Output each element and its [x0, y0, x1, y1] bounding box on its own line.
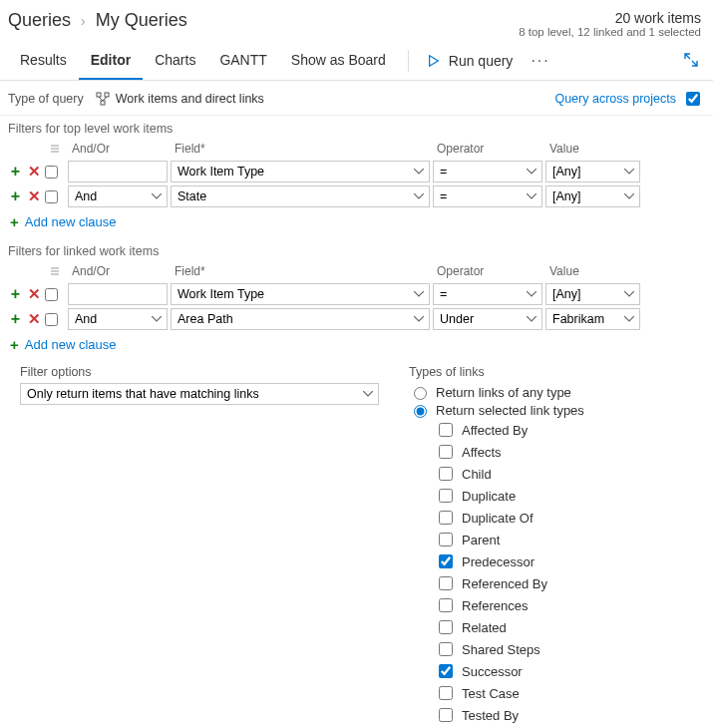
- row-checkbox[interactable]: [45, 190, 58, 203]
- checkbox-input[interactable]: [439, 664, 453, 678]
- breadcrumb: Queries › My Queries: [8, 10, 187, 31]
- query-across-projects-label: Query across projects: [554, 92, 676, 106]
- checkbox-input[interactable]: [439, 642, 453, 656]
- checkbox-label: Child: [462, 467, 492, 482]
- link-type-checkbox-option[interactable]: Test Case: [409, 682, 584, 704]
- link-type-checkbox-option[interactable]: Affects: [409, 441, 584, 463]
- row-checkbox[interactable]: [45, 166, 58, 179]
- field-select[interactable]: [171, 185, 430, 207]
- link-type-checkbox-option[interactable]: Successor: [409, 660, 584, 682]
- checkbox-label: Parent: [462, 533, 500, 547]
- insert-clause-button[interactable]: +: [8, 164, 23, 180]
- add-new-clause-button[interactable]: + Add new clause: [8, 207, 705, 236]
- work-item-detail: 8 top level, 12 linked and 1 selected: [519, 26, 701, 38]
- add-new-clause-button[interactable]: + Add new clause: [8, 330, 705, 359]
- add-clause-label: Add new clause: [25, 214, 117, 229]
- value-select[interactable]: [545, 283, 640, 305]
- plus-icon: +: [10, 336, 19, 353]
- link-type-radio-option[interactable]: Return links of any type: [409, 383, 584, 401]
- andor-select[interactable]: [68, 161, 168, 182]
- tab-gantt[interactable]: GANTT: [207, 42, 278, 80]
- list-icon: [49, 143, 61, 155]
- checkbox-input[interactable]: [439, 598, 453, 612]
- svg-rect-0: [97, 93, 101, 97]
- radio-label: Return selected link types: [436, 403, 584, 418]
- filter-options-select[interactable]: [20, 383, 379, 405]
- link-type-checkbox-option[interactable]: Shared Steps: [409, 638, 584, 660]
- field-select[interactable]: [171, 308, 430, 330]
- link-type-checkbox-option[interactable]: Tested By: [409, 704, 584, 726]
- delete-clause-button[interactable]: ✕: [27, 286, 42, 302]
- insert-clause-button[interactable]: +: [8, 188, 23, 204]
- fullscreen-button[interactable]: [677, 46, 705, 77]
- checkbox-input[interactable]: [439, 489, 453, 503]
- delete-clause-button[interactable]: ✕: [27, 311, 42, 327]
- tab-editor[interactable]: Editor: [79, 42, 143, 80]
- andor-select[interactable]: [68, 283, 168, 305]
- run-query-label: Run query: [449, 53, 514, 69]
- value-select[interactable]: [545, 161, 640, 182]
- checkbox-input[interactable]: [439, 423, 453, 437]
- work-item-count: 20 work items: [519, 10, 701, 26]
- breadcrumb-root[interactable]: Queries: [8, 10, 71, 31]
- checkbox-label: Tested By: [462, 708, 519, 723]
- link-type-radio-option[interactable]: Return selected link types: [409, 401, 584, 419]
- operator-select[interactable]: [433, 283, 542, 305]
- delete-clause-button[interactable]: ✕: [27, 164, 42, 180]
- checkbox-label: Test Case: [462, 686, 520, 701]
- field-select[interactable]: [171, 283, 430, 305]
- type-of-query-label: Type of query: [8, 92, 84, 106]
- checkbox-input[interactable]: [439, 620, 453, 634]
- andor-select[interactable]: [68, 308, 168, 330]
- link-type-checkbox-option[interactable]: Parent: [409, 529, 584, 550]
- list-icon: [49, 265, 61, 277]
- link-type-checkbox-option[interactable]: Affected By: [409, 419, 584, 441]
- checkbox-label: Shared Steps: [462, 642, 540, 657]
- checkbox-label: Predecessor: [462, 554, 535, 569]
- value-select[interactable]: [545, 308, 640, 330]
- operator-select[interactable]: [433, 185, 542, 207]
- radio-input[interactable]: [414, 387, 427, 400]
- radio-input[interactable]: [414, 405, 427, 418]
- checkbox-label: Affected By: [462, 423, 528, 438]
- checkbox-input[interactable]: [439, 533, 453, 546]
- insert-clause-button[interactable]: +: [8, 311, 23, 327]
- checkbox-label: Duplicate: [462, 489, 516, 504]
- checkbox-label: References: [462, 598, 528, 613]
- overflow-menu[interactable]: ···: [521, 46, 559, 76]
- link-type-checkbox-option[interactable]: Referenced By: [409, 572, 584, 594]
- checkbox-input[interactable]: [439, 511, 453, 525]
- checkbox-input[interactable]: [439, 576, 453, 590]
- operator-select[interactable]: [433, 161, 542, 182]
- row-checkbox[interactable]: [45, 288, 58, 301]
- tab-show-as-board[interactable]: Show as Board: [279, 42, 398, 80]
- filter-options-label: Filter options: [20, 365, 379, 379]
- link-type-checkbox-option[interactable]: Predecessor: [409, 550, 584, 572]
- linked-filters-title: Filters for linked work items: [8, 244, 705, 258]
- value-select[interactable]: [545, 185, 640, 207]
- query-type-value[interactable]: Work items and direct links: [96, 92, 264, 106]
- link-type-checkbox-option[interactable]: Duplicate: [409, 485, 584, 507]
- operator-select[interactable]: [433, 308, 542, 330]
- breadcrumb-current: My Queries: [96, 10, 187, 31]
- run-query-button[interactable]: Run query: [419, 47, 522, 75]
- field-select[interactable]: [171, 161, 430, 182]
- insert-clause-button[interactable]: +: [8, 286, 23, 302]
- query-across-projects-checkbox[interactable]: [686, 92, 700, 106]
- link-type-checkbox-option[interactable]: Duplicate Of: [409, 507, 584, 529]
- tab-results[interactable]: Results: [8, 42, 79, 80]
- tab-charts[interactable]: Charts: [143, 42, 207, 80]
- checkbox-input[interactable]: [439, 445, 453, 459]
- link-type-checkbox-option[interactable]: Child: [409, 463, 584, 485]
- separator: [408, 50, 409, 72]
- checkbox-input[interactable]: [439, 554, 453, 568]
- link-type-checkbox-option[interactable]: References: [409, 594, 584, 616]
- link-type-checkbox-option[interactable]: Related: [409, 616, 584, 638]
- checkbox-input[interactable]: [439, 686, 453, 700]
- andor-select[interactable]: [68, 185, 168, 207]
- checkbox-input[interactable]: [439, 708, 453, 722]
- row-checkbox[interactable]: [45, 313, 58, 326]
- checkbox-input[interactable]: [439, 467, 453, 481]
- delete-clause-button[interactable]: ✕: [27, 188, 42, 204]
- checkbox-label: Referenced By: [462, 576, 547, 591]
